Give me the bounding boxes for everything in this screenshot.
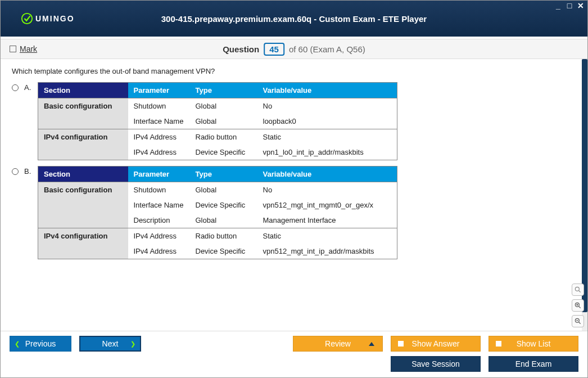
cell-val: Management Interface	[257, 213, 397, 228]
svg-line-2	[579, 291, 581, 292]
minimize-button[interactable]: _	[554, 2, 563, 10]
next-button[interactable]: Next ❯	[79, 336, 141, 352]
cell-type: Device Specific	[190, 145, 257, 160]
cell-val: No	[257, 182, 397, 198]
cell-param: Shutdown	[128, 98, 190, 114]
cell-type: Radio button	[190, 228, 257, 244]
cell-type: Radio button	[190, 129, 257, 145]
section-name: Basic configuration	[38, 182, 128, 228]
mark-label: Mark	[20, 44, 37, 53]
end-exam-label: End Exam	[515, 359, 552, 368]
chevron-left-icon: ❮	[15, 340, 20, 348]
zoom-reset-button[interactable]	[572, 284, 584, 296]
previous-label: Previous	[25, 339, 56, 348]
scroll-thumb[interactable]	[582, 59, 587, 312]
window-title: 300-415.prepaway.premium.exam.60q - Cust…	[161, 14, 427, 24]
close-button[interactable]: ✕	[576, 2, 585, 10]
question-bar: Mark Question 45 of 60 (Exam A, Q56)	[1, 39, 587, 59]
option-b-letter: B.	[24, 167, 32, 176]
show-answer-button[interactable]: Show Answer	[391, 336, 481, 352]
cell-val: vpn512_mgt_int_mgmt0_or_gex/x	[257, 197, 397, 213]
cell-type: Device Specific	[190, 197, 257, 213]
cell-type: Device Specific	[190, 244, 257, 259]
option-a: A. Section Parameter Type Variable/value…	[12, 82, 576, 163]
titlebar: UMINGO 300-415.prepaway.premium.exam.60q…	[1, 1, 587, 37]
save-session-label: Save Session	[411, 359, 460, 368]
svg-line-8	[579, 322, 581, 324]
question-counter: Question 45 of 60 (Exam A, Q56)	[223, 43, 365, 56]
section-name: IPv4 configuration	[38, 129, 128, 160]
header-varval: Variable/value	[257, 166, 397, 182]
content-area: Which template configures the out-of ban…	[1, 59, 587, 331]
brand-logo: UMINGO	[21, 12, 75, 25]
cell-param: Interface Name	[128, 114, 190, 129]
question-number: 45	[264, 43, 284, 56]
svg-point-1	[575, 287, 579, 291]
checkbox-icon	[398, 341, 404, 346]
cell-param: IPv4 Address	[128, 244, 190, 259]
header-parameter: Parameter	[128, 166, 190, 182]
option-a-table: Section Parameter Type Variable/value Ba…	[38, 82, 397, 160]
cell-val: vpn512_mgt_int_ip_addr/maskbits	[257, 244, 397, 259]
header-section: Section	[38, 166, 128, 182]
show-list-label: Show List	[517, 339, 551, 348]
header-type: Type	[190, 166, 257, 182]
header-type: Type	[190, 83, 257, 98]
zoom-out-button[interactable]	[572, 315, 584, 327]
footer: ❮ Previous Next ❯ Review Show Answer Sho…	[1, 331, 587, 377]
header-parameter: Parameter	[128, 83, 190, 98]
cell-param: Shutdown	[128, 182, 190, 198]
question-total: of 60 (Exam A, Q56)	[289, 44, 365, 54]
show-answer-label: Show Answer	[412, 339, 460, 348]
section-name: IPv4 configuration	[38, 228, 128, 259]
cell-type: Global	[190, 182, 257, 198]
review-button[interactable]: Review	[293, 336, 383, 352]
previous-button[interactable]: ❮ Previous	[10, 336, 71, 352]
checkbox-icon	[496, 341, 501, 346]
show-list-button[interactable]: Show List	[489, 336, 578, 352]
section-name: Basic configuration	[38, 98, 128, 129]
app-window: UMINGO 300-415.prepaway.premium.exam.60q…	[0, 0, 588, 378]
question-text: Which template configures the out-of ban…	[12, 67, 576, 75]
cell-type: Global	[190, 114, 257, 129]
cell-val: No	[257, 98, 397, 114]
option-a-letter: A.	[24, 83, 32, 92]
cell-param: IPv4 Address	[128, 129, 190, 145]
next-label: Next	[102, 339, 119, 348]
option-b: B. Section Parameter Type Variable/value…	[12, 166, 576, 262]
mark-checkbox[interactable]	[10, 46, 16, 52]
option-b-table: Section Parameter Type Variable/value Ba…	[38, 166, 397, 259]
cell-val: loopback0	[257, 114, 397, 129]
end-exam-button[interactable]: End Exam	[489, 356, 578, 372]
svg-line-4	[579, 307, 581, 308]
save-session-button[interactable]: Save Session	[391, 356, 481, 372]
cell-val: vpn1_lo0_int_ip_addr/maskbits	[257, 145, 397, 160]
cell-param: IPv4 Address	[128, 228, 190, 244]
cell-val: Static	[257, 129, 397, 145]
logo-checkmark-icon	[21, 12, 33, 25]
cell-type: Global	[190, 213, 257, 228]
question-word: Question	[223, 44, 259, 54]
maximize-button[interactable]: □	[565, 2, 574, 10]
cell-val: Static	[257, 228, 397, 244]
content-scroll[interactable]: Which template configures the out-of ban…	[1, 59, 587, 331]
zoom-tools	[572, 284, 584, 327]
option-a-radio[interactable]	[12, 84, 19, 91]
cell-param: Interface Name	[128, 197, 190, 213]
chevron-right-icon: ❯	[130, 340, 135, 348]
header-varval: Variable/value	[257, 83, 397, 98]
window-controls: _ □ ✕	[554, 2, 585, 10]
cell-param: Description	[128, 213, 190, 228]
mark-toggle[interactable]: Mark	[10, 44, 37, 53]
svg-point-0	[22, 14, 32, 24]
brand-text: UMINGO	[35, 14, 75, 23]
review-label: Review	[325, 339, 351, 348]
header-section: Section	[38, 83, 128, 98]
zoom-in-button[interactable]	[572, 299, 584, 312]
triangle-up-icon	[369, 342, 374, 346]
cell-type: Global	[190, 98, 257, 114]
cell-param: IPv4 Address	[128, 145, 190, 160]
option-b-radio[interactable]	[12, 168, 19, 175]
